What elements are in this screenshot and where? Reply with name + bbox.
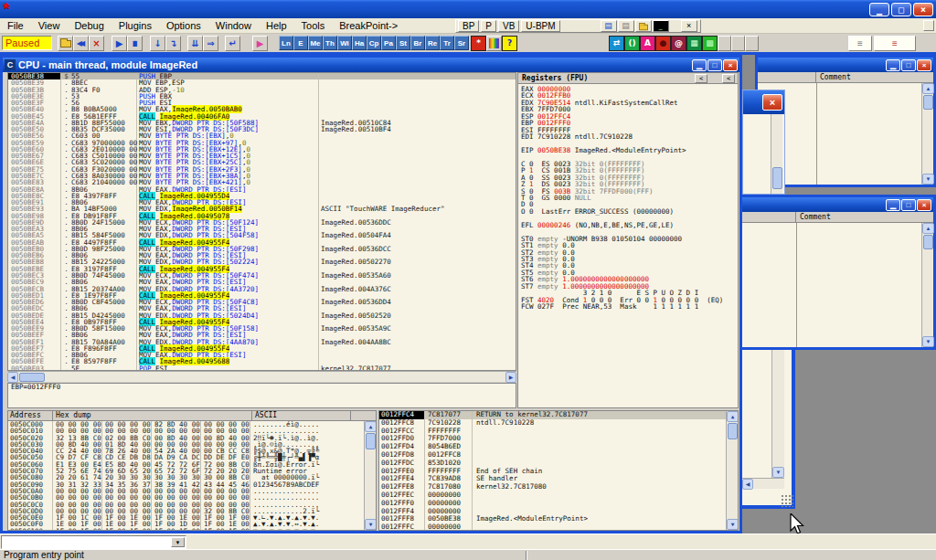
window-button-st[interactable]: St	[396, 36, 410, 50]
step-over-button[interactable]: ↴	[165, 36, 181, 51]
window-button-sr[interactable]: Sr	[454, 36, 469, 50]
register-line[interactable]: FCW 027F Prec NEAR,53 Mask 1 1 1 1 1 1	[518, 303, 738, 310]
panel-b-comment-header[interactable]: Comment	[796, 212, 831, 222]
bp-button-u-bpm[interactable]: U-BPM	[521, 20, 559, 32]
restart-button[interactable]: ◀◀	[73, 36, 89, 51]
scroll-up-icon[interactable]: ▲	[922, 223, 934, 234]
dump-header-ascii[interactable]: ASCII	[252, 411, 351, 420]
register-line[interactable]: EIP 0050BE38 ImageRed.<ModuleEntryPoint>	[518, 147, 738, 153]
toolbar-blank-button[interactable]	[718, 36, 731, 51]
scroll-up-icon[interactable]: ▲	[365, 421, 377, 432]
bp-button-vb[interactable]: VB	[498, 20, 519, 32]
panel-b-scrollbar[interactable]: ▲ ▼	[921, 223, 933, 347]
panel-d-hscrollbar[interactable]: ◀	[742, 478, 784, 489]
panel-b-col1-header[interactable]	[741, 212, 796, 222]
dump-header-address[interactable]: Address	[8, 411, 53, 420]
help-button[interactable]: ?	[502, 36, 517, 51]
execute-return-button[interactable]: ↵	[225, 36, 240, 51]
panel-d-scrollbar[interactable]	[771, 114, 782, 194]
scroll-up-icon[interactable]: ▲	[922, 83, 934, 94]
panel-a-maximize-button[interactable]: □	[901, 59, 916, 71]
panel-a-minimize-button[interactable]: ▁	[886, 59, 900, 71]
panel-collapse-icon[interactable]: <	[695, 74, 707, 83]
register-line[interactable]: O 0 LastErr ERROR_SUCCESS (00000000)	[518, 208, 738, 215]
scroll-down-icon[interactable]: ▼	[727, 519, 739, 530]
step-into-button[interactable]: ↓	[150, 36, 165, 51]
options-button[interactable]: *	[471, 36, 486, 51]
animate-over-button[interactable]: ⇒	[203, 36, 218, 51]
registers-pane[interactable]: Registers (FPU) < < EAX 00000000ECX 0012…	[517, 72, 739, 408]
menu-tools[interactable]: Tools	[294, 20, 333, 31]
menu-end-button[interactable]	[923, 20, 934, 31]
dropdown-arrow-icon[interactable]: ▼	[171, 537, 185, 547]
cpu-titlebar[interactable]: C CPU - main thread, module ImageRed ▁ □…	[3, 58, 739, 72]
window-button-pa[interactable]: Pa	[381, 36, 396, 50]
panel-d-close-button[interactable]: ×	[762, 94, 782, 111]
menu-plugins[interactable]: Plugins	[112, 20, 159, 31]
window-button-cp[interactable]: Cp	[367, 36, 381, 50]
scroll-down-icon[interactable]: ▼	[922, 336, 934, 347]
group-close-button[interactable]: ×	[681, 20, 697, 32]
panel-a-close-button[interactable]: ×	[917, 59, 931, 71]
cpu-close-button[interactable]: ×	[723, 59, 738, 71]
cpu-minimize-button[interactable]: ▁	[692, 59, 707, 71]
toolbar-blank-button[interactable]	[745, 36, 759, 51]
disasm-row[interactable]: 0050BE3E.53PUSH EBX	[8, 93, 516, 100]
panel-a-scrollbar[interactable]: ▲ ▼	[921, 83, 933, 185]
toolbar-blank-button[interactable]	[731, 36, 745, 51]
scroll-down-icon[interactable]: ▼	[772, 467, 784, 478]
menu-breakpoint[interactable]: BreakPoint->	[332, 20, 405, 31]
doc-gray-icon[interactable]: ▤	[618, 20, 634, 32]
run-button[interactable]: ▶	[112, 36, 127, 51]
bp-button-p[interactable]: P	[481, 20, 496, 32]
register-line[interactable]: T 0 GS 0000 NULL	[518, 195, 738, 201]
stack-row[interactable]: 0012FFFC00000000	[379, 523, 738, 531]
panel-b-close-button[interactable]: ×	[917, 199, 931, 211]
register-line[interactable]: EFL 00000246 (NO,NB,E,BE,NS,PE,GE,LE)	[518, 222, 738, 228]
window-button-re[interactable]: Re	[425, 36, 440, 50]
scroll-left-icon[interactable]: ◀	[742, 479, 753, 490]
disassembly-hscrollbar[interactable]: ◀ ▶	[7, 371, 516, 382]
stack-pane[interactable]: 0012FFC47C817077RETURN to kernel32.7C817…	[378, 410, 739, 531]
window-button-tr[interactable]: Tr	[440, 36, 454, 50]
panel-collapse-icon[interactable]: <	[722, 74, 735, 83]
close-program-button[interactable]: ×	[89, 36, 104, 51]
menu-window[interactable]: Window	[208, 20, 259, 31]
goto-button[interactable]: ▶	[252, 36, 268, 51]
window-button-ln[interactable]: Ln	[279, 36, 293, 50]
window-button-br[interactable]: Br	[410, 36, 425, 50]
panel-b-minimize-button[interactable]: ▁	[886, 199, 900, 211]
disassembly-pane[interactable]: 0050BE38$55PUSH EBP0050BE39.8BECMOV EBP,…	[7, 72, 516, 371]
animate-into-button[interactable]: ⇊	[187, 36, 203, 51]
stack-scrollbar[interactable]: ▲ ▼	[726, 411, 738, 530]
panel-a-comment-header[interactable]: Comment	[816, 72, 851, 82]
menu-options[interactable]: Options	[159, 20, 208, 31]
bp-button-bp[interactable]: BP	[458, 20, 479, 32]
dump-row[interactable]: 0050C1001F 00 1F 001F 00 1F 001F 00 1F 0…	[8, 528, 376, 531]
scroll-down-icon[interactable]: ▼	[922, 174, 934, 185]
panel-a-col1-header[interactable]	[758, 72, 816, 82]
panel-d-scrollbar-lower[interactable]: ▼	[771, 350, 784, 478]
menu-help[interactable]: Help	[259, 20, 294, 31]
minimize-button[interactable]: ▁	[869, 3, 889, 16]
panel-a-titlebar[interactable]: ▁ □ ×	[758, 58, 933, 72]
scroll-right-icon[interactable]: ▶	[505, 372, 516, 383]
scroll-down-icon[interactable]: ▼	[365, 519, 377, 530]
menu-view[interactable]: View	[31, 20, 68, 31]
close-button[interactable]: ×	[913, 3, 933, 16]
list-view-button[interactable]: ≡	[848, 36, 872, 51]
console-button[interactable]: _	[653, 20, 669, 32]
dump-scrollbar[interactable]: ▲ ▼	[364, 421, 376, 530]
disasm-row[interactable]: 0050BE3B.83C4 F0ADD ESP,-10	[8, 87, 516, 93]
folder-small-button[interactable]	[635, 20, 652, 32]
cpu-maximize-button[interactable]: □	[707, 59, 722, 71]
swap-button[interactable]: ⇄	[609, 36, 624, 51]
doc-blue-icon[interactable]: ▤	[601, 20, 617, 32]
scroll-left-icon[interactable]: ◀	[7, 372, 18, 383]
disasm-row[interactable]: 0050BEFE.E8 8597F8FFCALL ImageRed.004956…	[8, 358, 516, 365]
list-view-button-2[interactable]: ≡	[874, 36, 916, 51]
table-button[interactable]: ▦	[686, 36, 702, 51]
open-file-button[interactable]	[58, 36, 73, 51]
dump-pane[interactable]: Address Hex dump ASCII 0050C00000 00 00 …	[7, 410, 377, 531]
scroll-up-icon[interactable]: ▲	[727, 411, 739, 422]
